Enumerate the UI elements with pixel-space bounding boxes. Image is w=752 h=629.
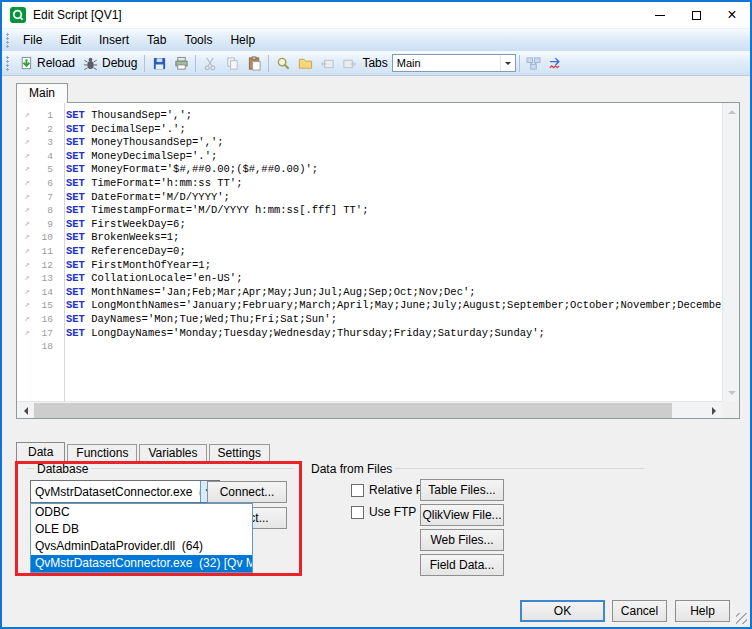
bottom-tab[interactable]: Data: [16, 442, 65, 461]
open-file-button[interactable]: [294, 53, 316, 73]
reload-button[interactable]: Reload: [14, 54, 79, 73]
relative-paths-checkbox[interactable]: [351, 484, 364, 497]
line-wand-icon: ↗: [17, 313, 37, 327]
chevron-down-icon[interactable]: [500, 55, 515, 71]
script-editor[interactable]: ↗ 1 SET ThousandSep=','; ↗ 2 SET Decimal…: [16, 102, 740, 419]
print-icon: [174, 56, 189, 71]
connect-button[interactable]: Connect...: [207, 481, 287, 503]
table-files-button[interactable]: Table Files...: [420, 479, 504, 501]
toolbar: Reload Debug: [2, 51, 750, 76]
tab-selector-value: Main: [393, 57, 500, 69]
merge-tab-button[interactable]: [338, 53, 360, 73]
line-wand-icon: ↗: [17, 177, 37, 191]
line-wand-icon: ↗: [17, 218, 37, 232]
syntax-check-button[interactable]: [545, 53, 567, 73]
scroll-left-icon[interactable]: [17, 402, 34, 419]
menu-item[interactable]: Help: [221, 30, 264, 50]
line-wand-icon: ↗: [17, 231, 37, 245]
copy-button[interactable]: [221, 53, 243, 73]
cut-button[interactable]: [199, 53, 221, 73]
promote-tab-button[interactable]: [316, 53, 338, 73]
code-text: BrokenWeeks=1;: [85, 231, 180, 243]
code-text: CollationLocale='en-US';: [85, 272, 243, 284]
cancel-button[interactable]: Cancel: [612, 600, 667, 622]
scroll-right-icon[interactable]: [705, 402, 722, 419]
ok-button[interactable]: OK: [520, 600, 605, 622]
script-tab-main[interactable]: Main: [16, 83, 68, 103]
keyword: SET: [66, 163, 85, 175]
keyword: SET: [66, 150, 85, 162]
toolbar-separator: [144, 55, 145, 72]
scroll-down-icon[interactable]: [723, 384, 740, 401]
bottom-tab[interactable]: Variables: [139, 444, 206, 461]
line-wand-icon: ↗: [17, 191, 37, 205]
database-connector-value: QvMstrDatasetConnector.exe (3: [31, 485, 200, 499]
code-line: ↗ 17 SET LongDayNames='Monday;Tuesday;We…: [17, 327, 722, 341]
code-text: MoneyFormat='$#,##0.00;($#,##0.00)';: [85, 163, 318, 175]
line-number: 14: [37, 286, 59, 300]
window-controls: ×: [642, 2, 750, 28]
connector-option[interactable]: QvsAdminDataProvider.dll (64): [31, 538, 252, 555]
vertical-scrollbar[interactable]: [722, 103, 739, 401]
scroll-up-icon[interactable]: [723, 103, 740, 120]
code-line: ↗ 13 SET CollationLocale='en-US';: [17, 272, 722, 286]
connector-option[interactable]: ODBC: [31, 504, 252, 521]
line-number: 9: [37, 218, 59, 232]
bottom-tab[interactable]: Functions: [67, 444, 137, 461]
save-button[interactable]: [148, 53, 170, 73]
line-wand-icon: ↗: [17, 123, 37, 137]
code-text: ReferenceDay=0;: [85, 245, 186, 257]
database-connector-select[interactable]: QvMstrDatasetConnector.exe (3: [30, 480, 220, 503]
line-wand-icon: ↗: [17, 109, 37, 123]
keyword: SET: [66, 231, 85, 243]
connector-option[interactable]: QvMstrDatasetConnector.exe (32) [Qv Micr…: [31, 555, 252, 572]
paste-button[interactable]: [243, 53, 265, 73]
scrollbar-thumb[interactable]: [34, 403, 672, 418]
line-number: 16: [37, 313, 59, 327]
menu-item[interactable]: Edit: [51, 30, 90, 50]
keyword: SET: [66, 313, 85, 325]
toolbar-separator: [268, 55, 269, 72]
close-icon[interactable]: ×: [714, 2, 750, 28]
connector-option[interactable]: OLE DB: [31, 521, 252, 538]
use-ftp-label: Use FTP: [369, 505, 416, 519]
code-line: ↗ 18: [17, 340, 722, 354]
code-text: FirstWeekDay=6;: [85, 218, 186, 230]
syntax-check-icon: [548, 56, 563, 71]
find-button[interactable]: [272, 53, 294, 73]
promote-tab-icon: [320, 56, 335, 71]
menu-item[interactable]: Insert: [90, 30, 138, 50]
print-button[interactable]: [170, 53, 192, 73]
maximize-icon[interactable]: [678, 2, 714, 28]
titlebar: Edit Script [QV1] ×: [2, 2, 750, 28]
line-number: 6: [37, 177, 59, 191]
tab-selector[interactable]: Main: [392, 54, 516, 72]
line-number: 3: [37, 136, 59, 150]
use-ftp-checkbox[interactable]: [351, 506, 364, 519]
code-area[interactable]: ↗ 1 SET ThousandSep=','; ↗ 2 SET Decimal…: [17, 103, 722, 401]
code-line: ↗ 8 SET TimestampFormat='M/D/YYYY h:mm:s…: [17, 204, 722, 218]
menu-item[interactable]: File: [14, 30, 51, 50]
web-files-button[interactable]: Web Files...: [420, 529, 504, 551]
database-group-label: Database: [34, 462, 91, 476]
reload-icon: [18, 56, 33, 71]
qlikview-file-button[interactable]: QlikView File...: [420, 504, 504, 526]
debug-button[interactable]: Debug: [79, 54, 141, 73]
paste-icon: [247, 56, 262, 71]
line-wand-icon: ↗: [17, 150, 37, 164]
line-number: 8: [37, 204, 59, 218]
code-line: ↗ 5 SET MoneyFormat='$#,##0.00;($#,##0.0…: [17, 163, 722, 177]
field-data-button[interactable]: Field Data...: [420, 554, 504, 576]
table-viewer-button[interactable]: [523, 53, 545, 73]
line-number: 13: [37, 272, 59, 286]
code-line: ↗ 9 SET FirstWeekDay=6;: [17, 218, 722, 232]
menu-item[interactable]: Tools: [175, 30, 221, 50]
minimize-icon[interactable]: [642, 2, 678, 28]
resize-grip-icon[interactable]: [736, 613, 747, 624]
help-button[interactable]: Help: [675, 600, 730, 622]
line-number: 5: [37, 163, 59, 177]
menu-item[interactable]: Tab: [138, 30, 175, 50]
horizontal-scrollbar[interactable]: [17, 401, 722, 418]
code-line: ↗ 11 SET ReferenceDay=0;: [17, 245, 722, 259]
bottom-tab[interactable]: Settings: [209, 444, 270, 461]
